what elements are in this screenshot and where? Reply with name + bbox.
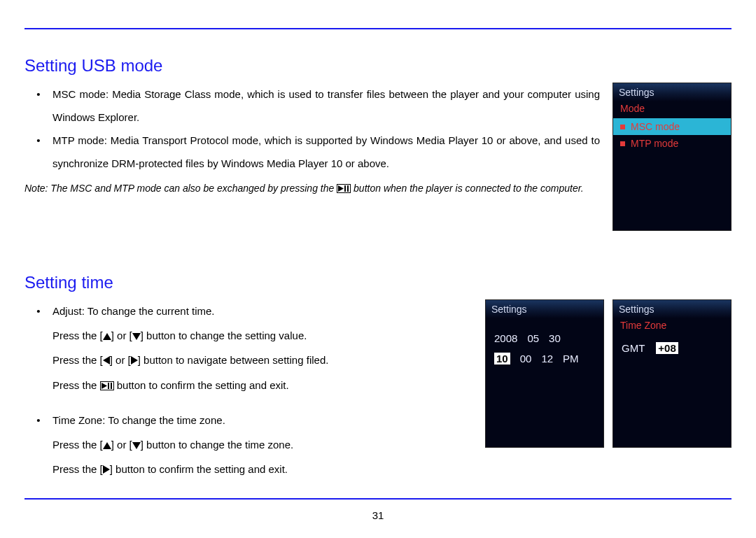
down-triangle-icon <box>132 434 141 458</box>
svg-marker-6 <box>131 356 138 364</box>
time-sec: 12 <box>541 353 553 364</box>
device-submenu-title: Time Zone <box>613 318 731 335</box>
svg-marker-3 <box>103 333 111 340</box>
device-item-label: MTP mode <box>631 138 678 149</box>
device-header: Settings <box>613 83 731 101</box>
usb-bullet-1: MSC mode: Media Storage Class mode, whic… <box>52 83 600 129</box>
bottom-rule <box>24 498 732 500</box>
square-icon <box>620 141 625 146</box>
time-ampm: PM <box>563 353 579 364</box>
device-header: Settings <box>613 300 731 318</box>
time-bullet-timezone: Time Zone: To change the time zone. <box>52 409 225 433</box>
usb-text-column: • MSC mode: Media Storage Class mode, wh… <box>24 83 600 199</box>
device-submenu-title: Mode <box>613 101 731 118</box>
bullet-icon: • <box>24 129 52 175</box>
square-icon <box>620 125 625 129</box>
play-pause-icon <box>100 381 114 390</box>
bullet-icon: • <box>24 299 52 324</box>
device-screenshot-time-adjust: Settings 2008 05 30 10 00 12 PM <box>485 299 604 448</box>
note-post: button when the player is connected to t… <box>354 183 584 194</box>
text: ] or [ <box>111 330 132 341</box>
gmt-label: GMT <box>622 342 645 354</box>
text: ] button to navigate between setting fil… <box>138 354 329 366</box>
svg-rect-9 <box>111 383 112 389</box>
usb-bullet-2: MTP mode: Media Transport Protocol mode,… <box>52 129 600 175</box>
bullet-icon: • <box>24 83 52 129</box>
heading-usb-mode: Setting USB mode <box>24 56 732 76</box>
play-pause-icon <box>337 184 351 193</box>
date-day: 30 <box>549 332 561 344</box>
heading-setting-time: Setting time <box>24 273 732 292</box>
svg-marker-4 <box>132 333 141 340</box>
device-menu-item-mtp: MTP mode <box>613 135 731 152</box>
device-menu-item-msc: MSC mode <box>613 118 731 135</box>
time-text-column: • Adjust: To change the current time. Pr… <box>24 299 472 483</box>
svg-marker-12 <box>103 465 110 474</box>
gmt-value-selected: +08 <box>656 342 678 354</box>
text: ] button to change the setting value. <box>141 330 307 341</box>
text: Press the [ <box>52 439 103 451</box>
down-triangle-icon <box>132 325 141 349</box>
time-hour-selected: 10 <box>494 353 510 364</box>
page-number: 31 <box>0 509 756 521</box>
date-year: 2008 <box>494 332 517 344</box>
right-triangle-icon <box>103 458 110 483</box>
time-bullet-adjust: Adjust: To change the current time. <box>52 299 215 324</box>
svg-marker-0 <box>338 185 344 192</box>
text: Press the <box>52 379 100 391</box>
date-month: 05 <box>527 332 539 344</box>
text: button to confirm the setting and exit. <box>117 379 289 391</box>
svg-rect-1 <box>344 185 346 192</box>
device-header: Settings <box>486 300 603 318</box>
svg-marker-5 <box>103 356 110 364</box>
text: Press the [ <box>52 463 103 475</box>
device-screenshot-usb-mode: Settings Mode MSC mode MTP mode <box>612 83 732 231</box>
usb-note: Note: The MSC and MTP mode can also be e… <box>24 178 600 199</box>
svg-marker-10 <box>103 442 111 449</box>
up-triangle-icon <box>103 434 111 458</box>
device-item-label: MSC mode <box>631 121 680 132</box>
right-triangle-icon <box>131 349 138 374</box>
top-rule <box>24 28 732 29</box>
left-triangle-icon <box>103 349 110 374</box>
text: ] button to change the time zone. <box>141 439 293 451</box>
svg-rect-8 <box>108 383 109 389</box>
svg-marker-11 <box>132 442 141 449</box>
text: Press the [ <box>52 354 103 366</box>
svg-rect-2 <box>347 185 349 192</box>
time-min: 00 <box>520 353 532 364</box>
svg-marker-7 <box>102 383 107 389</box>
note-pre: Note: The MSC and MTP mode can also be e… <box>24 183 337 194</box>
text: ] or [ <box>111 439 132 451</box>
text: ] button to confirm the setting and exit… <box>110 463 288 475</box>
text: ] or [ <box>110 354 131 366</box>
bullet-icon: • <box>24 409 52 433</box>
text: Press the [ <box>52 330 103 341</box>
up-triangle-icon <box>103 325 111 349</box>
device-screenshot-timezone: Settings Time Zone GMT +08 <box>612 299 732 448</box>
